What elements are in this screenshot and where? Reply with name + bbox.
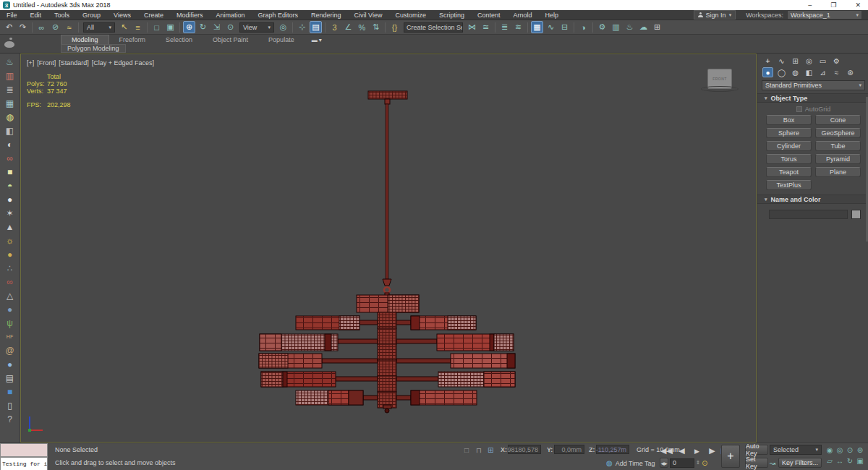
select-and-scale-icon[interactable]: ⇲: [210, 21, 223, 33]
bind-to-space-warp-icon[interactable]: ≈: [63, 21, 75, 33]
modify-tab-icon[interactable]: ∿: [776, 56, 787, 66]
foliage-icon[interactable]: ψ: [1, 316, 19, 330]
rollout-name-and-color[interactable]: ▾ Name and Color: [757, 195, 868, 204]
orbit-icon[interactable]: ↻: [845, 456, 855, 466]
shapes-icon[interactable]: ◯: [776, 67, 787, 77]
rollout-object-type[interactable]: ▾ Object Type: [757, 93, 868, 103]
x-coordinate-field[interactable]: 98180,578: [508, 445, 541, 454]
select-and-link-icon[interactable]: ∞: [35, 21, 48, 33]
clipboard-icon[interactable]: ▤: [1, 371, 19, 385]
spacewarp-pyramid-icon[interactable]: △: [1, 289, 19, 302]
keyboard-shortcut-override-icon[interactable]: ▤: [310, 21, 322, 33]
selection-set-dropdown[interactable]: Selected ▾: [770, 445, 822, 455]
menu-views[interactable]: Views: [107, 10, 137, 20]
hf-object-icon[interactable]: HF: [1, 330, 19, 343]
select-by-name-icon[interactable]: ≡: [132, 21, 144, 33]
object-color-swatch[interactable]: [851, 210, 861, 219]
panel-polygon-modeling[interactable]: Polygon Modeling: [61, 44, 126, 53]
zoom-icon[interactable]: ◉: [825, 445, 835, 456]
zoom-extents-all-icon[interactable]: ⊛: [855, 445, 865, 456]
geometry-icon[interactable]: ●: [762, 67, 773, 77]
sun-icon[interactable]: ☼: [1, 234, 19, 247]
menu-rendering[interactable]: Rendering: [305, 10, 348, 20]
primitive-category-dropdown[interactable]: Standard Primitives ▾: [762, 80, 865, 90]
current-frame-field[interactable]: 0: [670, 458, 694, 468]
percent-snap-toggle-icon[interactable]: %: [356, 21, 368, 33]
cameras-icon[interactable]: ◧: [804, 67, 814, 77]
tab-selection[interactable]: Selection: [156, 35, 203, 44]
ribbon-teapot-icon[interactable]: [4, 36, 17, 46]
render-setup-icon[interactable]: ⚙: [596, 21, 608, 33]
object-name-field[interactable]: [769, 210, 848, 219]
select-and-rotate-icon[interactable]: ↻: [197, 21, 209, 33]
workspace-dropdown[interactable]: Workspace_1 ▾: [787, 10, 862, 20]
redo-icon[interactable]: ↷: [17, 21, 29, 33]
shell-object-icon[interactable]: @: [1, 343, 19, 357]
viewport[interactable]: [+] [Front] [Standard] [Clay + Edged Fac…: [20, 54, 757, 443]
helpers-icon[interactable]: ⊿: [817, 67, 828, 77]
absolute-mode-transform-icon[interactable]: ⊞: [488, 446, 493, 454]
list-view-icon[interactable]: ≣: [1, 82, 19, 96]
rectangular-selection-region-icon[interactable]: □: [150, 21, 163, 33]
menu-group[interactable]: Group: [76, 10, 107, 20]
select-and-place-icon[interactable]: ⊙: [224, 21, 237, 33]
light-clamp-icon[interactable]: ◍: [1, 110, 19, 124]
menu-graph-editors[interactable]: Graph Editors: [251, 10, 305, 20]
set-keys-button[interactable]: +: [721, 445, 740, 468]
align-icon[interactable]: ≅: [480, 21, 492, 33]
reference-coordinate-system-dropdown[interactable]: View ▾: [239, 22, 274, 33]
spreadsheet-icon[interactable]: ▦: [1, 96, 19, 110]
textplus-button[interactable]: TextPlus: [766, 180, 812, 190]
rendered-frame-window-icon[interactable]: ▥: [610, 21, 622, 33]
maxscript-mini-listener[interactable]: Testing for i: [0, 457, 48, 470]
tab-populate[interactable]: Populate: [258, 35, 305, 44]
rounded-box-icon[interactable]: ■: [1, 165, 19, 179]
selection-lock-icon[interactable]: ⊓: [476, 446, 482, 454]
blue-box-icon[interactable]: ■: [1, 385, 19, 398]
viewcube[interactable]: FRONT: [699, 69, 740, 98]
toggle-ribbon-icon[interactable]: ▦: [531, 21, 543, 33]
menu-tools[interactable]: Tools: [48, 10, 76, 20]
space-warps-icon[interactable]: ≈: [831, 67, 842, 77]
menu-help[interactable]: Help: [538, 10, 565, 20]
menu-edit[interactable]: Edit: [24, 10, 48, 20]
select-and-move-icon[interactable]: ⊕: [183, 21, 195, 33]
add-time-tag[interactable]: Add Time Tag: [616, 460, 655, 467]
autogrid-checkbox[interactable]: [796, 106, 802, 112]
previous-frame-icon[interactable]: ◀: [676, 445, 688, 457]
cylinder-button[interactable]: Cylinder: [766, 141, 812, 151]
create-tab-icon[interactable]: +: [762, 56, 773, 66]
glossy-sphere-icon[interactable]: ●: [1, 357, 19, 371]
cone-icon[interactable]: ▲: [1, 220, 19, 234]
menu-scripting[interactable]: Scripting: [433, 10, 471, 20]
key-mode-toggle[interactable]: ◀▶: [660, 458, 668, 468]
box-button[interactable]: Box: [766, 115, 812, 125]
sphere-button[interactable]: Sphere: [766, 128, 812, 138]
stereo-glasses-icon[interactable]: ∞: [1, 151, 19, 165]
geosphere-button[interactable]: GeoSphere: [815, 128, 861, 138]
plane-button[interactable]: Plane: [815, 167, 861, 177]
document-icon[interactable]: ▯: [1, 398, 19, 412]
material-editor-icon[interactable]: ◑: [577, 21, 590, 33]
y-coordinate-field[interactable]: 0,0mm: [554, 445, 584, 454]
chandelier-model[interactable]: [21, 54, 756, 442]
rock-sphere-icon[interactable]: ●: [1, 302, 19, 316]
zoom-extents-icon[interactable]: ⊙: [845, 445, 855, 456]
hand-mesh-icon[interactable]: ✶: [1, 206, 19, 220]
auto-key-button[interactable]: Auto Key: [745, 445, 768, 455]
tab-modeling[interactable]: Modeling: [61, 35, 109, 44]
zoom-all-icon[interactable]: ◎: [835, 445, 845, 456]
torus-button[interactable]: Torus: [766, 154, 812, 164]
gold-sphere-icon[interactable]: ●: [1, 247, 19, 261]
dome-icon[interactable]: ◓: [1, 179, 19, 192]
geosphere-half-icon[interactable]: ◐: [1, 137, 19, 151]
open-a360-icon[interactable]: ⊞: [651, 21, 663, 33]
hierarchy-tab-icon[interactable]: ⊞: [790, 56, 801, 66]
zoom-region-icon[interactable]: ▱: [825, 456, 835, 466]
teapot-button[interactable]: Teapot: [766, 167, 812, 177]
play-icon[interactable]: ▶: [691, 445, 703, 457]
menu-civil-view[interactable]: Civil View: [348, 10, 389, 20]
isolate-selection-icon[interactable]: □: [464, 446, 469, 454]
default-tangent-icon[interactable]: ↝: [770, 459, 775, 467]
next-frame-icon[interactable]: ▶: [706, 445, 718, 457]
